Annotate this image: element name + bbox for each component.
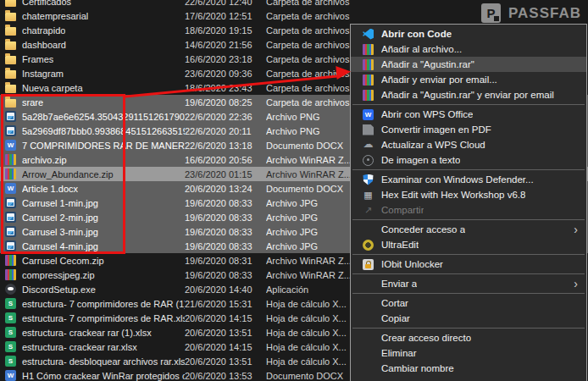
winrar-icon — [363, 75, 374, 86]
menu-item-enviar-a[interactable]: Enviar a › — [351, 276, 586, 291]
menu-item-copiar[interactable]: Copiar — [351, 311, 586, 326]
menu-item-label: IObit Unlocker — [381, 259, 443, 269]
chevron-right-icon: › — [574, 222, 578, 237]
file-name: Article 1.docx — [22, 184, 78, 194]
folder-icon — [5, 85, 16, 93]
file-name: Frames — [22, 54, 53, 64]
menu-separator — [352, 328, 585, 329]
menu-separator — [352, 293, 585, 294]
file-date-modified: 20/6/2020 14:40 — [185, 284, 266, 295]
menu-item-label: Añadir y enviar por email... — [381, 75, 497, 85]
file-name: estructura- crackear rar.xlsx — [22, 342, 137, 352]
menu-item-label: Copiar — [381, 313, 410, 323]
folder-icon — [5, 41, 16, 50]
file-name: chatrapido — [22, 25, 65, 36]
folder-icon — [5, 99, 16, 108]
file-date-modified: 23/6/2020 01:15 — [185, 169, 266, 179]
menu-item-label: Enviar a — [381, 279, 417, 289]
menu-item-a-adir-al-archivo[interactable]: Añadir al archivo... — [351, 41, 586, 57]
file-date-modified: 19/6/2020 08:31 — [185, 256, 266, 266]
menu-icon-placeholder — [363, 333, 374, 344]
docx-icon — [5, 140, 16, 151]
menu-item-examinar-con-windows-defender[interactable]: Examinar con Windows Defender... — [351, 172, 586, 187]
context-menu: Abrir con Code Añadir al archivo... Añad… — [350, 24, 587, 381]
xlsx-icon — [5, 356, 16, 367]
menu-icon-placeholder — [363, 313, 374, 324]
wps-icon — [363, 109, 374, 120]
file-date-modified: 16/6/2020 23:18 — [185, 54, 266, 64]
menu-item-convertir-imagen-en-pdf[interactable]: Convertir imagen en PDF — [351, 122, 586, 137]
menu-item-a-adir-a-agustin-rar-y-enviar-por-email[interactable]: Añadir a "Agustin.rar" y enviar por emai… — [351, 87, 586, 102]
menu-item-a-adir-y-enviar-por-email[interactable]: Añadir y enviar por email... — [351, 72, 586, 87]
menu-item-label: Actualizar a WPS Cloud — [381, 140, 485, 150]
file-date-modified: 22/6/2020 13:18 — [185, 141, 266, 151]
folder-icon — [5, 27, 16, 36]
file-date-modified: 20/6/2020 13:53 — [185, 371, 266, 381]
cloud-icon — [363, 140, 374, 151]
menu-item-label: De imagen a texto — [381, 155, 460, 165]
menu-item-label: Hex Edit with Hex Workshop v6.8 — [381, 190, 525, 200]
file-name: DiscordSetup.exe — [22, 284, 96, 295]
docx-icon — [5, 370, 16, 381]
menu-icon-placeholder — [363, 363, 374, 374]
menu-item-label: Añadir a "Agustin.rar" y enviar por emai… — [381, 90, 554, 100]
file-name: archivo.zip — [22, 155, 67, 165]
file-name: Carrusel 3-min.jpg — [22, 227, 98, 237]
file-date-modified: 19/6/2020 08:33 — [185, 270, 266, 280]
image-icon — [5, 125, 16, 136]
file-date-modified: 17/6/2020 12:51 — [185, 11, 266, 21]
menu-item-label: Convertir imagen en PDF — [381, 124, 491, 135]
menu-item-abrir-con-wps-office[interactable]: Abrir con WPS Office — [351, 107, 586, 122]
folder-icon — [5, 56, 16, 64]
menu-separator — [352, 169, 585, 170]
menu-item-cambiar-nombre[interactable]: Cambiar nombre — [351, 361, 586, 376]
xlsx-icon — [5, 298, 16, 309]
ocr-icon — [363, 155, 374, 166]
passfab-brand-text: PASSFAB — [508, 5, 581, 22]
share-icon — [363, 205, 374, 216]
menu-item-hex-edit-with-hex-workshop-v6-8[interactable]: Hex Edit with Hex Workshop v6.8 — [351, 187, 586, 202]
menu-separator — [352, 254, 585, 255]
file-date-modified: 20/6/2020 13:51 — [185, 356, 266, 367]
file-date-modified: 18/6/2020 19:15 — [185, 25, 266, 36]
file-date-modified: 19/6/2020 08:33 — [185, 213, 266, 223]
file-name: estructura- 7 comprimidores de RAR.xlsx — [22, 313, 185, 323]
file-name: compressjpeg.zip — [22, 270, 95, 280]
menu-item-crear-acceso-directo[interactable]: Crear acceso directo — [351, 330, 586, 345]
vscode-icon — [363, 29, 374, 40]
file-date-modified: 20/6/2020 14:15 — [185, 313, 266, 323]
menu-item-label: UltraEdit — [381, 240, 419, 250]
menu-item-cortar[interactable]: Cortar — [351, 295, 586, 311]
menu-icon-placeholder — [363, 279, 374, 290]
image-icon — [5, 111, 16, 122]
file-date-modified: 20/6/2020 14:15 — [185, 342, 266, 352]
winrar-icon — [5, 255, 16, 266]
menu-item-ultraedit[interactable]: UltraEdit — [351, 237, 586, 252]
winrar-icon — [363, 90, 374, 101]
menu-item-actualizar-a-wps-cloud[interactable]: Actualizar a WPS Cloud — [351, 137, 586, 152]
file-name: estructura- desbloquear archivos rar.xls… — [22, 356, 185, 367]
menu-item-label: Eliminar — [381, 348, 417, 358]
winrar-icon — [5, 154, 16, 165]
pdf-icon — [363, 124, 374, 135]
winrar-icon — [363, 59, 374, 70]
file-name: estructura- 7 comprimidores de RAR (1).x… — [22, 299, 185, 309]
winrar-icon — [363, 44, 374, 55]
menu-item-compartir: Compartir — [351, 202, 586, 218]
menu-item-a-adir-a-agustin-rar[interactable]: Añadir a "Agustin.rar" — [351, 57, 586, 72]
menu-item-label: Cambiar nombre — [381, 363, 454, 373]
menu-item-de-imagen-a-texto[interactable]: De imagen a texto — [351, 152, 586, 168]
menu-item-iobit-unlocker[interactable]: IObit Unlocker — [351, 257, 586, 272]
menu-item-label: Examinar con Windows Defender... — [381, 174, 534, 185]
menu-separator — [352, 273, 585, 274]
menu-item-abrir-con-code[interactable]: Abrir con Code — [351, 26, 586, 41]
file-date-modified: 22/6/2020 22:36 — [185, 112, 266, 122]
menu-item-label: Cortar — [381, 298, 408, 308]
discord-icon — [5, 284, 16, 295]
menu-item-conceder-acceso-a[interactable]: Conceder acceso a › — [351, 222, 586, 237]
menu-item-eliminar[interactable]: Eliminar — [351, 345, 586, 361]
folder-icon — [5, 0, 16, 7]
file-name: dashboard — [22, 40, 66, 50]
file-date-modified: 14/6/2020 21:56 — [185, 40, 266, 50]
file-name: Carrusel 1-min.jpg — [22, 198, 98, 208]
